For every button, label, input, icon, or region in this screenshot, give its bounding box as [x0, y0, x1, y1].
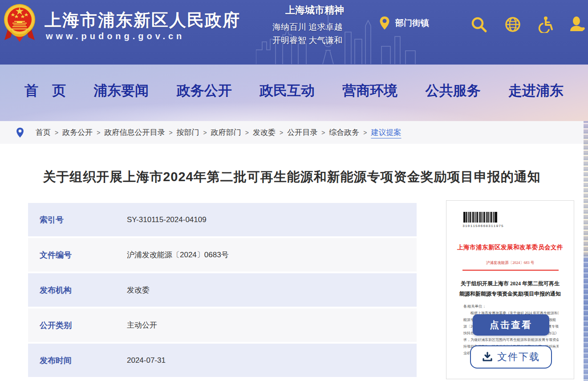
doc-title-line1: 关于组织开展上海市 2024 年第二批可再生 — [446, 280, 574, 288]
crumb-separator: > — [245, 129, 249, 136]
crumb-separator: > — [203, 129, 207, 136]
doc-number: 沪浦发改能源〔2024〕683 号 — [446, 260, 574, 266]
crumb-directory[interactable]: 政府信息公开目录 — [104, 127, 165, 138]
site-url: www.pudong.gov.cn — [46, 31, 185, 41]
meta-value-date: 2024-07-31 — [127, 356, 417, 365]
city-spirit-title: 上海城市精神 — [272, 4, 357, 17]
table-row: 公开类别 主动公开 — [28, 308, 417, 342]
crumb-general-gov[interactable]: 综合政务 — [329, 127, 359, 138]
download-button-label: 文件下载 — [497, 350, 540, 364]
doc-salutation: 各相关单位： — [463, 304, 486, 309]
barcode — [463, 212, 497, 223]
search-icon[interactable] — [470, 16, 487, 33]
main-nav: 首 页 浦东要闻 政务公开 政民互动 营商环境 公共服务 走进浦东 — [0, 65, 588, 121]
doc-body-line: 求，为做好浦东新区范围内可再生能源和新能源发展专项资金扶 — [463, 337, 559, 342]
page-edge-background — [584, 121, 588, 381]
dept-streets-link[interactable]: 部门街镇 — [379, 16, 429, 30]
crumb-separator: > — [169, 129, 172, 136]
national-emblem — [4, 2, 36, 44]
table-row: 索引号 SY-310115-2024-04109 — [28, 203, 417, 236]
doc-red-divider — [462, 270, 559, 271]
doc-title-line2: 能源和新能源专项资金奖励项目申报的通知 — [446, 290, 574, 298]
breadcrumb: 首页 > 政务公开 > 政府信息公开目录 > 按部门 > 政府部门 > 发改委 … — [0, 121, 584, 144]
table-row: 发布时间 2024-07-31 — [28, 344, 417, 377]
meta-label-agency: 发布机构 — [28, 285, 127, 296]
meta-value-docno: 沪浦发改能源〔2024〕0683号 — [127, 250, 417, 260]
view-document-button[interactable]: 点击查看 — [473, 314, 549, 336]
city-spirit-line1: 海纳百川 追求卓越 — [272, 20, 357, 34]
crumb-fgw[interactable]: 发改委 — [253, 127, 276, 138]
crumb-separator: > — [363, 129, 367, 136]
site-name[interactable]: 上海市浦东新区人民政府 — [45, 9, 240, 32]
meta-table: 索引号 SY-310115-2024-04109 文件编号 沪浦发改能源〔202… — [28, 203, 417, 379]
meta-value-type: 主动公开 — [127, 320, 417, 330]
breadcrumb-pin-icon — [16, 127, 24, 138]
crumb-separator: > — [97, 129, 100, 136]
meta-value-agency: 发改委 — [127, 285, 417, 295]
crumb-separator: > — [321, 129, 325, 136]
crumb-gov-info[interactable]: 政务公开 — [62, 127, 93, 138]
nav-item-business[interactable]: 营商环境 — [342, 81, 397, 100]
nav-item-services[interactable]: 公共服务 — [426, 81, 481, 100]
nav-item-gov-info[interactable]: 政务公开 — [177, 81, 232, 100]
crumb-open-dir[interactable]: 公开目录 — [287, 127, 317, 138]
crumb-current[interactable]: 建议提案 — [371, 127, 401, 138]
location-pin-icon — [379, 16, 390, 30]
nav-item-about[interactable]: 走进浦东 — [508, 81, 564, 100]
city-spirit-line2: 开明睿智 大气谦和 — [272, 34, 357, 47]
doc-agency-title: 上海市浦东新区发展和改革委员会文件 — [446, 243, 574, 251]
crumb-separator: > — [55, 129, 58, 136]
nav-item-interact[interactable]: 政民互动 — [260, 81, 315, 100]
user-icon[interactable] — [569, 16, 586, 33]
nav-item-home[interactable]: 首 页 — [24, 81, 66, 100]
meta-label-index: 索引号 — [28, 215, 127, 225]
crumb-gov-depts[interactable]: 政府部门 — [211, 127, 241, 138]
city-spirit-block: 上海城市精神 海纳百川 追求卓越 开明睿智 大气谦和 — [272, 4, 357, 47]
crumb-by-dept[interactable]: 按部门 — [177, 127, 199, 138]
crumb-home[interactable]: 首页 — [36, 127, 51, 138]
table-row: 文件编号 沪浦发改能源〔2024〕0683号 — [28, 238, 417, 272]
nav-item-news[interactable]: 浦东要闻 — [93, 81, 149, 100]
meta-value-index: SY-310115-2024-04109 — [127, 215, 417, 224]
document-preview-panel: 3101150668311975 上海市浦东新区发展和改革委员会文件 沪浦发改能… — [446, 200, 574, 379]
page-title: 关于组织开展上海市2024年第二批可再生能源和新能源专项资金奖励项目申报的通知 — [0, 168, 584, 186]
dept-streets-label: 部门街镇 — [395, 17, 429, 29]
globe-icon[interactable] — [504, 16, 521, 33]
download-file-button[interactable]: 文件下载 — [470, 345, 552, 369]
meta-label-type: 公开类别 — [28, 320, 127, 331]
meta-label-date: 发布时间 — [28, 355, 127, 366]
meta-label-docno: 文件编号 — [28, 250, 127, 260]
crumb-separator: > — [280, 129, 283, 136]
accessibility-icon[interactable] — [537, 16, 554, 33]
download-icon — [482, 352, 493, 362]
table-row: 发布机构 发改委 — [28, 273, 417, 307]
barcode-number: 3101150668311975 — [462, 224, 504, 228]
site-header: 上海市浦东新区人民政府 www.pudong.gov.cn 上海城市精神 海纳百… — [0, 0, 588, 65]
